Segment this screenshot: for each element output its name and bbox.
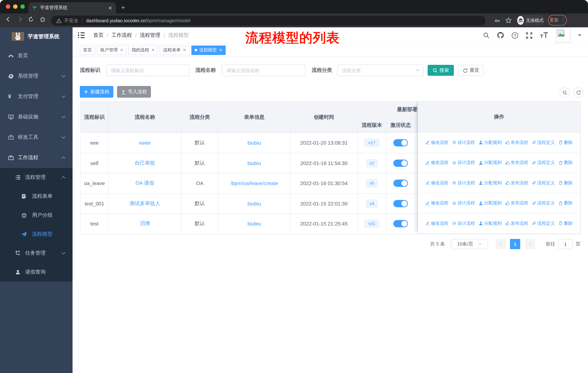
breadcrumb-home[interactable]: 首页: [93, 32, 104, 39]
version-tag[interactable]: v4: [366, 200, 378, 208]
browser-tab[interactable]: 芋道管理系统 ✕: [28, 2, 116, 13]
bookmark-star-icon[interactable]: [505, 17, 512, 24]
sidebar-item-process-model[interactable]: 流程模型: [0, 225, 73, 244]
version-tag[interactable]: v21: [365, 220, 379, 228]
active-status-toggle[interactable]: [393, 139, 408, 147]
address-bar[interactable]: 不安全 dashboard.yudao.iocoder.cn/bpm/manag…: [51, 16, 486, 26]
modify-process-link[interactable]: 修改流程: [425, 200, 448, 206]
browser-update-button[interactable]: 更新 ⋮: [548, 15, 567, 26]
modify-process-link[interactable]: 修改流程: [425, 140, 448, 146]
new-tab-button[interactable]: +: [121, 3, 125, 12]
browser-menu-kebab-icon[interactable]: ⋮: [560, 18, 565, 23]
process-definition-link[interactable]: 流程定义: [532, 160, 555, 166]
window-zoom-button[interactable]: [21, 4, 25, 9]
tag-process-form[interactable]: 流程表单✕: [160, 45, 189, 55]
process-id-input[interactable]: [106, 64, 189, 76]
publish-process-link[interactable]: 发布流程: [505, 200, 528, 206]
security-label[interactable]: 不安全: [64, 17, 78, 24]
create-process-button[interactable]: 新建流程: [80, 86, 113, 98]
sidebar-collapse-icon[interactable]: [78, 32, 85, 39]
avatar-caret-icon[interactable]: [578, 34, 581, 36]
tag-my-process[interactable]: 我的流程✕: [128, 45, 158, 55]
sidebar-item-devtools[interactable]: 研发工具: [0, 127, 73, 148]
sidebar-item-payment[interactable]: ¥ 支付管理: [0, 86, 73, 107]
modify-process-link[interactable]: 修改流程: [425, 220, 448, 227]
active-status-toggle[interactable]: [393, 220, 408, 227]
publish-process-link[interactable]: 发布流程: [505, 140, 528, 146]
modify-process-link[interactable]: 修改流程: [425, 160, 448, 166]
delete-link[interactable]: 删除: [558, 160, 573, 166]
tab-close-icon[interactable]: ✕: [108, 5, 112, 10]
tag-close-icon[interactable]: ✕: [183, 48, 186, 52]
process-name-link[interactable]: eeee: [139, 140, 151, 146]
sidebar-item-infrastructure[interactable]: 基础设施: [0, 107, 73, 127]
sidebar-item-process-form[interactable]: 流程表单: [0, 187, 73, 206]
sidebar-item-workflow[interactable]: 工作流程: [0, 148, 73, 168]
active-status-toggle[interactable]: [393, 160, 408, 167]
breadcrumb-workflow[interactable]: 工作流程: [112, 32, 132, 39]
form-info-link[interactable]: /bpm/oa/leave/create: [230, 181, 278, 186]
assign-rule-link[interactable]: 分配规则: [479, 160, 502, 166]
reset-button[interactable]: 重置: [458, 65, 484, 76]
app-logo[interactable]: 芋道管理系统: [0, 27, 73, 46]
next-page-button[interactable]: ›: [525, 239, 535, 249]
tag-process-model[interactable]: 流程模型✕: [191, 45, 225, 55]
delete-link[interactable]: 删除: [558, 140, 573, 146]
prev-page-button[interactable]: ‹: [496, 239, 506, 249]
form-info-link[interactable]: biubiu: [248, 221, 261, 227]
window-close-button[interactable]: [6, 4, 10, 9]
active-status-toggle[interactable]: [393, 200, 408, 207]
process-definition-link[interactable]: 流程定义: [532, 200, 555, 206]
version-tag[interactable]: v5: [366, 179, 378, 187]
tag-close-icon[interactable]: ✕: [151, 48, 155, 52]
reload-icon[interactable]: [28, 16, 34, 23]
design-process-link[interactable]: 设计流程: [452, 200, 475, 206]
category-select-input[interactable]: [337, 64, 424, 76]
process-definition-link[interactable]: 流程定义: [532, 220, 555, 227]
process-definition-link[interactable]: 流程定义: [532, 180, 555, 186]
key-icon[interactable]: [494, 18, 501, 24]
category-select[interactable]: [337, 64, 424, 76]
window-minimize-button[interactable]: [13, 4, 18, 9]
design-process-link[interactable]: 设计流程: [452, 140, 475, 146]
form-info-link[interactable]: biubiu: [248, 201, 261, 207]
sidebar-item-system[interactable]: 系统管理: [0, 66, 73, 86]
modify-process-link[interactable]: 修改流程: [425, 180, 448, 186]
publish-process-link[interactable]: 发布流程: [505, 180, 528, 186]
assign-rule-link[interactable]: 分配规则: [479, 200, 502, 206]
font-size-icon[interactable]: [540, 32, 549, 39]
fullscreen-icon[interactable]: [526, 32, 533, 39]
tag-close-icon[interactable]: ✕: [219, 48, 222, 52]
design-process-link[interactable]: 设计流程: [452, 220, 475, 227]
show-search-button[interactable]: [560, 87, 570, 98]
process-name-link[interactable]: 测试多审批人: [130, 200, 160, 206]
delete-link[interactable]: 删除: [558, 180, 573, 186]
process-name-link[interactable]: 自己审批: [135, 160, 155, 166]
current-page-button[interactable]: 1: [510, 239, 520, 249]
delete-link[interactable]: 删除: [558, 200, 573, 206]
breadcrumb-process-management[interactable]: 流程管理: [140, 32, 160, 39]
refresh-table-button[interactable]: [573, 87, 584, 98]
tag-close-icon[interactable]: ✕: [120, 48, 123, 52]
process-name-input[interactable]: [222, 64, 305, 76]
process-name-link[interactable]: OA 请假: [136, 180, 154, 186]
process-name-link[interactable]: 滔博: [140, 221, 150, 226]
tag-home[interactable]: 首页: [80, 45, 95, 55]
form-info-link[interactable]: biubiu: [248, 140, 261, 146]
assign-rule-link[interactable]: 分配规则: [479, 220, 502, 227]
home-icon[interactable]: [39, 16, 46, 23]
sidebar-item-home[interactable]: 首页: [0, 46, 73, 66]
version-tag[interactable]: v17: [365, 139, 379, 147]
assign-rule-link[interactable]: 分配规则: [479, 180, 502, 186]
incognito-badge[interactable]: 无痕模式: [516, 15, 545, 26]
form-info-link[interactable]: biubiu: [248, 160, 261, 166]
goto-page-input[interactable]: [558, 239, 573, 249]
forward-icon[interactable]: [17, 16, 23, 23]
publish-process-link[interactable]: 发布流程: [505, 160, 528, 166]
search-button[interactable]: 搜索: [428, 65, 454, 76]
search-icon[interactable]: [483, 32, 490, 39]
page-size-select[interactable]: 10条/页: [451, 239, 488, 249]
design-process-link[interactable]: 设计流程: [452, 160, 475, 166]
github-icon[interactable]: [497, 32, 504, 39]
sidebar-item-process-management[interactable]: 流程管理: [0, 168, 73, 187]
